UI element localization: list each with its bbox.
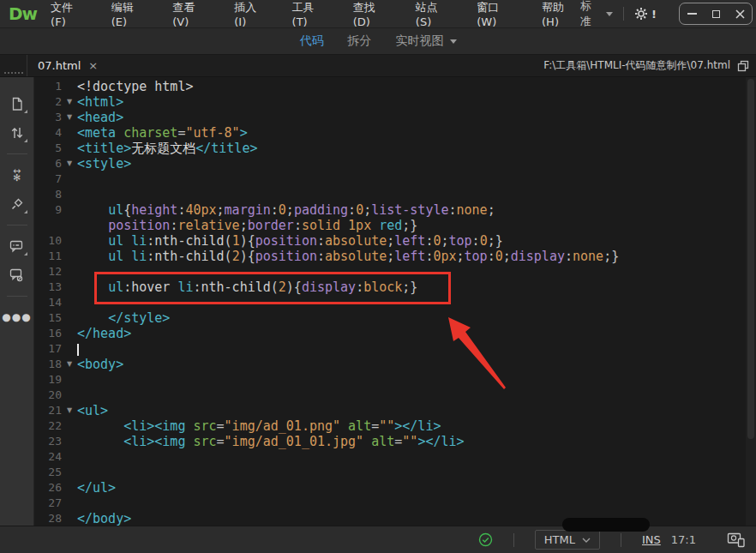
code-line[interactable]: 5<title>无标题文档</title>	[34, 141, 746, 156]
code-line[interactable]: 6▼<style>	[34, 156, 746, 171]
code-line[interactable]: 23 <li><img src="img/ad_01_01.jpg" alt="…	[34, 434, 746, 449]
code-text: <ul>	[77, 403, 108, 418]
fold-gutter	[65, 465, 77, 480]
document-tab[interactable]: 07.html ×	[27, 55, 108, 76]
fold-gutter	[65, 480, 77, 496]
chevron-down-icon	[606, 12, 613, 16]
line-number: 26	[34, 480, 65, 496]
flyout-indicator	[24, 210, 27, 213]
view-tab-split[interactable]: 拆分	[348, 33, 372, 49]
code-line[interactable]: 27	[34, 496, 746, 511]
remove-comment-button[interactable]	[5, 263, 29, 287]
menu-file[interactable]: 文件(F)	[49, 0, 87, 30]
menu-tools[interactable]: 工具(T)	[291, 0, 329, 30]
menu-insert[interactable]: 插入(I)	[232, 0, 267, 30]
menu-window[interactable]: 窗口(W)	[475, 0, 518, 30]
code-line[interactable]: 18▼<body>	[34, 357, 746, 372]
text-caret	[77, 344, 79, 356]
fold-arrow-icon[interactable]: ▼	[65, 94, 77, 110]
code-line[interactable]: 4<meta charset="utf-8">	[34, 125, 746, 141]
fold-arrow-icon[interactable]: ▼	[65, 357, 77, 372]
settings-notification[interactable]: !	[634, 7, 657, 21]
code-line[interactable]: 15 </style>	[34, 310, 746, 326]
fold-gutter	[65, 233, 77, 249]
view-tab-live[interactable]: 实时视图	[396, 33, 457, 49]
code-line[interactable]: position:relative;border:solid 1px red;}	[34, 218, 746, 233]
chevron-down-icon	[582, 538, 591, 543]
line-number: 2	[34, 94, 65, 110]
code-text: <li><img src="img/ad_01.png" alt=""></li…	[77, 418, 441, 434]
code-line[interactable]: 13 ul:hover li:nth-child(2){display:bloc…	[34, 280, 746, 295]
scrollbar-thumb[interactable]	[747, 79, 754, 439]
doctype-selector[interactable]: HTML	[535, 530, 600, 550]
restore-panel-icon[interactable]	[737, 60, 749, 72]
menu-find[interactable]: 查找(D)	[351, 0, 392, 30]
code-editor[interactable]: 1<!doctype html>2▼<html>3▼<head>4<meta c…	[34, 77, 746, 526]
code-line[interactable]: 19	[34, 372, 746, 388]
menu-site[interactable]: 站点(S)	[414, 0, 453, 30]
code-line[interactable]: 7	[34, 171, 746, 187]
code-line[interactable]: 1<!doctype html>	[34, 79, 746, 94]
code-line[interactable]: 14	[34, 295, 746, 310]
code-line[interactable]: 22 <li><img src="img/ad_01.png" alt=""><…	[34, 418, 746, 434]
fold-arrow-icon[interactable]: ▼	[65, 156, 77, 171]
code-line[interactable]: 16</head>	[34, 326, 746, 341]
document-tab-bar: 07.html × F:\工具箱\HTMLI-代码随意制作\07.html	[0, 55, 756, 77]
code-text: position:relative;border:solid 1px red;}	[77, 218, 417, 233]
word-wrap-button[interactable]: ↔✻	[5, 163, 29, 187]
code-line[interactable]: 24	[34, 449, 746, 465]
fold-gutter	[65, 218, 77, 233]
no-errors-check-icon[interactable]	[478, 532, 493, 547]
fold-arrow-icon[interactable]: ▼	[65, 110, 77, 125]
new-file-icon	[10, 97, 24, 111]
code-line[interactable]: 8	[34, 187, 746, 202]
fold-arrow-icon[interactable]: ▼	[65, 403, 77, 418]
code-line[interactable]: 9 ul{height:40px;margin:0;padding:0;list…	[34, 202, 746, 218]
line-number: 7	[34, 171, 65, 187]
fold-gutter	[65, 326, 77, 341]
move-lines-button[interactable]	[5, 121, 29, 145]
fold-gutter	[65, 449, 77, 465]
apply-comment-button[interactable]	[5, 234, 29, 258]
line-number	[34, 218, 65, 233]
fold-gutter	[65, 434, 77, 449]
gear-icon	[634, 7, 648, 21]
code-text: ul:hover li:nth-child(2){display:block;}	[77, 280, 417, 295]
minimize-button[interactable]	[680, 3, 704, 25]
workspace-switcher[interactable]: 标准	[580, 0, 613, 29]
vertical-scrollbar[interactable]	[746, 77, 756, 526]
code-text: ul li:nth-child(2){position:absolute;lef…	[77, 249, 619, 264]
code-line[interactable]: 11 ul li:nth-child(2){position:absolute;…	[34, 249, 746, 264]
code-line[interactable]: 10 ul li:nth-child(1){position:absolute;…	[34, 233, 746, 249]
line-number: 5	[34, 141, 65, 156]
view-tab-code[interactable]: 代码	[300, 33, 324, 49]
code-line[interactable]: 17	[34, 341, 746, 357]
tab-close-icon[interactable]: ×	[88, 59, 98, 72]
code-line[interactable]: 25	[34, 465, 746, 480]
code-line[interactable]: 12	[34, 264, 746, 280]
code-line[interactable]: 20	[34, 388, 746, 403]
line-number: 19	[34, 372, 65, 388]
view-tab-label: 实时视图	[396, 33, 444, 49]
maximize-button[interactable]	[704, 3, 728, 25]
code-line[interactable]: 21▼<ul>	[34, 403, 746, 418]
line-number: 15	[34, 310, 65, 326]
menu-edit[interactable]: 编辑(E)	[110, 0, 148, 30]
more-options-button[interactable]: ●●●	[5, 305, 29, 329]
line-number: 10	[34, 233, 65, 249]
menu-view[interactable]: 查看(V)	[171, 0, 210, 30]
menu-bar: 文件(F)编辑(E)查看(V)插入(I)工具(T)查找(D)站点(S)窗口(W)…	[49, 0, 580, 30]
format-source-button[interactable]	[5, 192, 29, 216]
new-file-button[interactable]	[5, 92, 29, 116]
menu-help[interactable]: 帮助(H)	[540, 0, 580, 30]
device-preview-icon[interactable]	[727, 532, 746, 548]
maximize-icon	[712, 10, 720, 18]
insert-mode-toggle[interactable]: INS	[642, 533, 661, 546]
code-line[interactable]: 2▼<html>	[34, 94, 746, 110]
code-line[interactable]: 26</ul>	[34, 480, 746, 496]
close-icon	[735, 9, 745, 19]
close-button[interactable]	[728, 3, 752, 25]
window-controls	[679, 3, 753, 25]
code-line[interactable]: 3▼<head>	[34, 110, 746, 125]
line-number: 25	[34, 465, 65, 480]
